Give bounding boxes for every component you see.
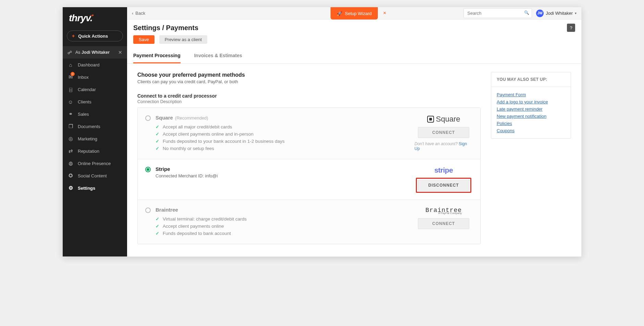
setup-link[interactable]: Late payment reminder (497, 105, 565, 113)
square-right: Square CONNECT Don't have an account? Si… (414, 115, 473, 151)
app-frame: thryv. ➝ + Quick Actions ☍ As Jodi Whita… (62, 7, 582, 257)
braintree-right: Braintree A PayPal Company CONNECT (414, 207, 473, 229)
feature-item: ✓Funds deposited to bank account (156, 230, 410, 237)
stripe-right: stripe DISCONNECT (414, 166, 473, 193)
content-area: Choose your preferred payment methods Cl… (127, 64, 581, 256)
feature-text: Funds deposited to bank account (163, 231, 231, 236)
sidebar-item-label: Calendar (78, 87, 96, 92)
sidebar-item-label: Settings (78, 186, 95, 191)
calendar-icon: ⌸ (67, 86, 74, 92)
impersonate-banner[interactable]: ☍ As Jodi Whitaker ✕ (63, 46, 127, 59)
sidebar: thryv. ➝ + Quick Actions ☍ As Jodi Whita… (63, 7, 127, 256)
connect-desc: Connection Description (137, 99, 481, 104)
close-icon[interactable]: ✕ (118, 50, 122, 55)
user-menu[interactable]: JW Jodi Whitaker ▾ (536, 10, 577, 17)
sidebar-item-reputation[interactable]: ⇄Reputation (63, 145, 127, 157)
tab-payment-processing[interactable]: Payment Processing (133, 49, 181, 63)
radio-stripe[interactable] (145, 167, 151, 172)
sidebar-item-documents[interactable]: ❐Documents (63, 120, 127, 133)
setup-link[interactable]: Add a logo to your invoice (497, 98, 565, 105)
check-icon: ✓ (156, 139, 159, 144)
chevron-left-icon: ‹ (132, 11, 133, 16)
sidebar-item-label: Reputation (78, 149, 99, 154)
feature-text: No monthly or setup fees (163, 146, 214, 151)
page-header-row: Settings / Payments ? (127, 20, 581, 35)
check-icon: ✓ (156, 231, 159, 236)
tab-invoices-estimates[interactable]: Invoices & Estimates (194, 49, 242, 63)
reputation-icon: ⇄ (67, 148, 74, 154)
braintree-logo: Braintree A PayPal Company (425, 207, 462, 215)
wizard-label: Setup Wizard (345, 11, 372, 16)
check-icon: ✓ (156, 216, 159, 222)
feature-item: ✓Accept client payments online (156, 223, 410, 230)
stripe-disconnect-button[interactable]: DISCONNECT (418, 180, 469, 191)
feature-item: ✓Accept client payments online and in-pe… (156, 130, 410, 138)
logo-arrow-icon: ➝ (89, 12, 93, 18)
feature-text: Virtual terminal: charge credit/debit ca… (163, 216, 247, 222)
feature-item: ✓No monthly or setup fees (156, 145, 410, 152)
rocket-icon: 🚀 (337, 11, 342, 16)
setup-link[interactable]: New payment notification (497, 113, 565, 120)
online-presence-icon: ◍ (67, 160, 74, 166)
processor-list: Square(Recommended) ✓Accept all major cr… (137, 108, 481, 244)
settings-icon: ⚙ (67, 185, 74, 191)
sidebar-item-label: Online Presence (78, 161, 111, 166)
sidebar-item-settings[interactable]: ⚙Settings (63, 182, 127, 194)
feature-item: ✓Accept all major credit/debit cards (156, 123, 410, 130)
square-signup: Don't have an account? Sign Up (414, 141, 473, 151)
page-title: Settings / Payments (133, 24, 198, 32)
feature-text: Accept client payments online (163, 224, 224, 229)
square-connect-button[interactable]: CONNECT (418, 127, 469, 138)
left-column: Choose your preferred payment methods Cl… (137, 72, 481, 248)
marketing-icon: ◎ (67, 136, 74, 142)
sidebar-item-label: Documents (78, 124, 100, 129)
setup-link[interactable]: Payment Form (497, 91, 565, 98)
sidebar-item-inbox[interactable]: ✉Inbox2 (63, 71, 127, 83)
sidebar-item-calendar[interactable]: ⌸Calendar (63, 83, 127, 96)
setup-link[interactable]: Coupons (497, 127, 565, 134)
processor-braintree: Braintree ✓Virtual terminal: charge cred… (138, 200, 480, 244)
square-logo: Square (427, 115, 460, 124)
help-button[interactable]: ? (567, 24, 575, 32)
braintree-connect-button[interactable]: CONNECT (418, 218, 469, 229)
sidebar-item-clients[interactable]: ☺Clients (63, 96, 127, 108)
sidebar-item-sales[interactable]: ⚭Sales (63, 108, 127, 120)
sidebar-item-label: Inbox (78, 75, 89, 80)
wizard-close-icon[interactable]: ✕ (383, 11, 386, 15)
sidebar-item-online-presence[interactable]: ◍Online Presence (63, 157, 127, 170)
sidebar-item-marketing[interactable]: ◎Marketing (63, 133, 127, 145)
sidebar-item-social-content[interactable]: ✪Social Content (63, 170, 127, 182)
quick-actions-button[interactable]: + Quick Actions (67, 30, 123, 41)
sidebar-item-label: Dashboard (78, 62, 100, 67)
user-name: Jodi Whitaker (546, 11, 573, 16)
feature-item: ✓Virtual terminal: charge credit/debit c… (156, 215, 410, 223)
connect-heading: Connect to a credit card processor (137, 93, 481, 99)
back-link[interactable]: ‹ Back (132, 11, 145, 16)
section-title: Choose your preferred payment methods (137, 72, 481, 78)
search-wrapper: 🔍 (463, 8, 532, 18)
back-label: Back (135, 11, 145, 16)
main-area: ‹ Back 🚀 Setup Wizard ✕ 🔍 JW Jodi Whitak… (127, 7, 581, 256)
radio-square[interactable] (145, 115, 151, 121)
setup-link[interactable]: Policies (497, 120, 565, 127)
sidebar-item-label: Marketing (78, 136, 97, 141)
check-icon: ✓ (156, 224, 159, 229)
impersonate-text: As Jodi Whitaker (75, 50, 110, 55)
braintree-info: Braintree ✓Virtual terminal: charge cred… (156, 207, 410, 237)
square-name: Square(Recommended) (156, 115, 410, 121)
action-row: Save Preview as a client (127, 35, 581, 49)
topbar-right: 🔍 JW Jodi Whitaker ▾ (463, 8, 577, 18)
sidebar-item-label: Clients (78, 99, 91, 104)
sidebar-item-dashboard[interactable]: ⌂Dashboard (63, 59, 127, 71)
check-icon: ✓ (156, 131, 159, 137)
save-button[interactable]: Save (133, 35, 154, 44)
tabs: Payment Processing Invoices & Estimates (127, 49, 581, 64)
clients-icon: ☺ (67, 99, 74, 105)
stripe-info: Stripe Connected Merchant ID: info@i (156, 166, 410, 178)
right-column: YOU MAY ALSO SET UP: Payment FormAdd a l… (491, 72, 571, 248)
search-input[interactable] (463, 8, 532, 18)
preview-as-client-button[interactable]: Preview as a client (159, 35, 207, 44)
radio-braintree[interactable] (145, 208, 151, 213)
feature-text: Accept client payments online and in-per… (163, 131, 253, 137)
setup-wizard-badge[interactable]: 🚀 Setup Wizard (331, 7, 378, 20)
